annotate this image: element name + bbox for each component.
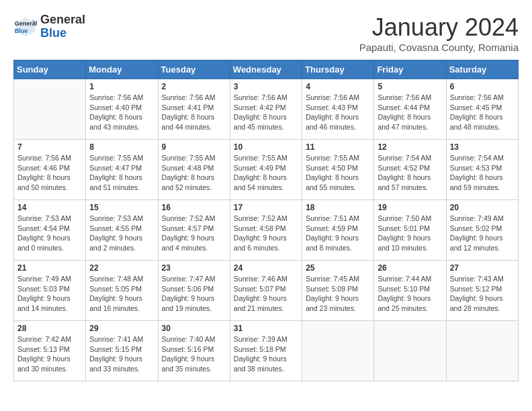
day-header-thursday: Thursday [302,60,374,79]
calendar-cell: 8Sunrise: 7:55 AMSunset: 4:47 PMDaylight… [86,140,158,200]
day-info: Sunrise: 7:55 AMSunset: 4:47 PMDaylight:… [89,153,154,193]
month-title: January 2024 [359,13,519,42]
day-number: 20 [450,203,515,212]
day-number: 22 [89,263,154,273]
day-number: 3 [234,82,298,91]
day-info: Sunrise: 7:42 AMSunset: 5:13 PMDaylight:… [17,334,82,374]
day-info: Sunrise: 7:46 AMSunset: 5:07 PMDaylight:… [234,274,298,314]
calendar-cell: 9Sunrise: 7:55 AMSunset: 4:48 PMDaylight… [158,140,230,200]
day-info: Sunrise: 7:55 AMSunset: 4:49 PMDaylight:… [234,153,298,193]
logo-text: General Blue [40,13,85,40]
calendar-cell: 25Sunrise: 7:45 AMSunset: 5:09 PMDayligh… [302,261,374,321]
calendar-cell: 28Sunrise: 7:42 AMSunset: 5:13 PMDayligh… [14,321,86,381]
day-info: Sunrise: 7:53 AMSunset: 4:55 PMDaylight:… [89,214,154,253]
calendar-cell: 19Sunrise: 7:50 AMSunset: 5:01 PMDayligh… [374,200,446,261]
calendar-cell [446,321,518,381]
page-header: General Blue General Blue January 2024 P… [13,13,519,53]
day-info: Sunrise: 7:48 AMSunset: 5:05 PMDaylight:… [89,274,154,314]
calendar-header: SundayMondayTuesdayWednesdayThursdayFrid… [14,60,519,79]
calendar-cell: 26Sunrise: 7:44 AMSunset: 5:10 PMDayligh… [374,261,446,321]
day-info: Sunrise: 7:39 AMSunset: 5:18 PMDaylight:… [234,334,298,374]
day-number: 12 [378,142,442,152]
day-number: 5 [378,82,442,91]
calendar-cell: 18Sunrise: 7:51 AMSunset: 4:59 PMDayligh… [302,200,374,261]
calendar-cell [374,321,446,381]
calendar-cell: 23Sunrise: 7:47 AMSunset: 5:06 PMDayligh… [158,261,230,321]
logo-general-text: General [40,13,85,27]
day-info: Sunrise: 7:53 AMSunset: 4:54 PMDaylight:… [17,214,82,253]
calendar-cell: 17Sunrise: 7:52 AMSunset: 4:58 PMDayligh… [230,200,302,261]
location-subtitle: Papauti, Covasna County, Romania [359,42,519,53]
day-number: 8 [89,142,154,152]
calendar-cell [302,321,374,381]
day-number: 29 [89,324,154,333]
calendar-cell: 11Sunrise: 7:55 AMSunset: 4:50 PMDayligh… [302,140,374,200]
day-number: 16 [162,203,226,212]
day-number: 21 [17,263,82,273]
calendar-cell: 4Sunrise: 7:56 AMSunset: 4:43 PMDaylight… [302,79,374,140]
day-info: Sunrise: 7:55 AMSunset: 4:48 PMDaylight:… [162,153,226,193]
day-number: 10 [234,142,298,152]
day-info: Sunrise: 7:52 AMSunset: 4:58 PMDaylight:… [234,214,298,253]
calendar-cell: 12Sunrise: 7:54 AMSunset: 4:52 PMDayligh… [374,140,446,200]
day-header-wednesday: Wednesday [230,60,302,79]
svg-text:Blue: Blue [15,28,28,34]
day-number: 30 [162,324,226,333]
logo-blue-text: Blue [40,27,85,40]
day-number: 6 [450,82,515,91]
calendar-cell: 29Sunrise: 7:41 AMSunset: 5:15 PMDayligh… [86,321,158,381]
day-number: 19 [378,203,442,212]
day-number: 31 [234,324,298,333]
calendar-cell: 21Sunrise: 7:49 AMSunset: 5:03 PMDayligh… [14,261,86,321]
day-info: Sunrise: 7:54 AMSunset: 4:52 PMDaylight:… [378,153,442,193]
calendar-cell: 5Sunrise: 7:56 AMSunset: 4:44 PMDaylight… [374,79,446,140]
day-info: Sunrise: 7:45 AMSunset: 5:09 PMDaylight:… [306,274,370,314]
logo-icon: General Blue [13,15,38,39]
day-info: Sunrise: 7:43 AMSunset: 5:12 PMDaylight:… [450,274,515,314]
calendar-cell: 1Sunrise: 7:56 AMSunset: 4:40 PMDaylight… [86,79,158,140]
day-number: 2 [162,82,226,91]
day-info: Sunrise: 7:56 AMSunset: 4:41 PMDaylight:… [162,93,226,132]
calendar-week-5: 28Sunrise: 7:42 AMSunset: 5:13 PMDayligh… [14,321,519,381]
calendar-cell: 15Sunrise: 7:53 AMSunset: 4:55 PMDayligh… [86,200,158,261]
day-number: 17 [234,203,298,212]
calendar-cell: 20Sunrise: 7:49 AMSunset: 5:02 PMDayligh… [446,200,518,261]
day-number: 7 [17,142,82,152]
day-info: Sunrise: 7:49 AMSunset: 5:02 PMDaylight:… [450,214,515,253]
calendar-cell: 27Sunrise: 7:43 AMSunset: 5:12 PMDayligh… [446,261,518,321]
day-header-tuesday: Tuesday [158,60,230,79]
day-number: 9 [162,142,226,152]
calendar-week-4: 21Sunrise: 7:49 AMSunset: 5:03 PMDayligh… [14,261,519,321]
day-info: Sunrise: 7:56 AMSunset: 4:42 PMDaylight:… [234,93,298,132]
day-info: Sunrise: 7:44 AMSunset: 5:10 PMDaylight:… [378,274,442,314]
day-number: 26 [378,263,442,273]
day-info: Sunrise: 7:56 AMSunset: 4:40 PMDaylight:… [89,93,154,132]
day-info: Sunrise: 7:56 AMSunset: 4:45 PMDaylight:… [450,93,515,132]
calendar-cell [14,79,86,140]
day-header-saturday: Saturday [446,60,518,79]
days-of-week-row: SundayMondayTuesdayWednesdayThursdayFrid… [14,60,519,79]
calendar-cell: 22Sunrise: 7:48 AMSunset: 5:05 PMDayligh… [86,261,158,321]
calendar-cell: 10Sunrise: 7:55 AMSunset: 4:49 PMDayligh… [230,140,302,200]
day-number: 28 [17,324,82,333]
day-number: 18 [306,203,370,212]
day-number: 27 [450,263,515,273]
day-number: 13 [450,142,515,152]
day-info: Sunrise: 7:56 AMSunset: 4:46 PMDaylight:… [17,153,82,193]
day-info: Sunrise: 7:52 AMSunset: 4:57 PMDaylight:… [162,214,226,253]
day-info: Sunrise: 7:55 AMSunset: 4:50 PMDaylight:… [306,153,370,193]
calendar-cell: 7Sunrise: 7:56 AMSunset: 4:46 PMDaylight… [14,140,86,200]
calendar-week-2: 7Sunrise: 7:56 AMSunset: 4:46 PMDaylight… [14,140,519,200]
title-block: January 2024 Papauti, Covasna County, Ro… [359,13,519,53]
day-header-sunday: Sunday [14,60,86,79]
day-number: 23 [162,263,226,273]
calendar-body: 1Sunrise: 7:56 AMSunset: 4:40 PMDaylight… [14,79,519,381]
calendar-cell: 3Sunrise: 7:56 AMSunset: 4:42 PMDaylight… [230,79,302,140]
day-info: Sunrise: 7:51 AMSunset: 4:59 PMDaylight:… [306,214,370,253]
calendar-cell: 30Sunrise: 7:40 AMSunset: 5:16 PMDayligh… [158,321,230,381]
day-info: Sunrise: 7:54 AMSunset: 4:53 PMDaylight:… [450,153,515,193]
calendar-table: SundayMondayTuesdayWednesdayThursdayFrid… [13,60,519,381]
calendar-cell: 14Sunrise: 7:53 AMSunset: 4:54 PMDayligh… [14,200,86,261]
day-number: 24 [234,263,298,273]
calendar-cell: 31Sunrise: 7:39 AMSunset: 5:18 PMDayligh… [230,321,302,381]
